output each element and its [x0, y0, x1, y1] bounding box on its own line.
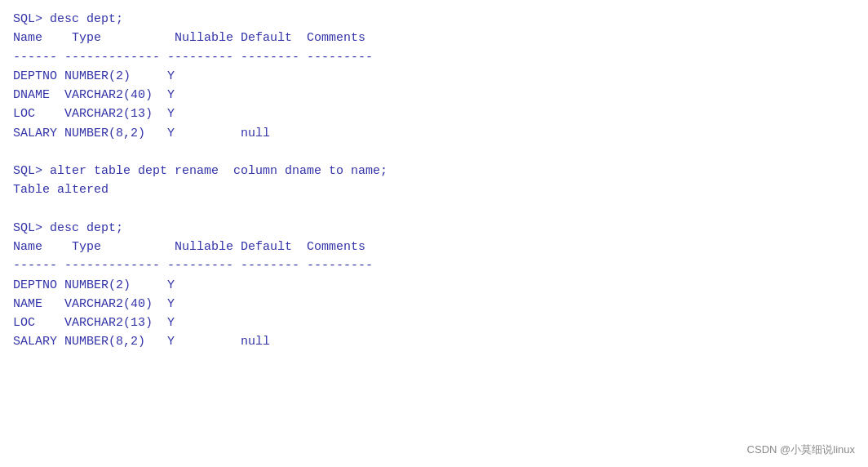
terminal-output: SQL> desc dept; Name Type Nullable Defau…: [13, 10, 855, 352]
watermark: CSDN @小莫细说linux: [747, 443, 855, 457]
terminal-container: SQL> desc dept; Name Type Nullable Defau…: [0, 0, 868, 467]
